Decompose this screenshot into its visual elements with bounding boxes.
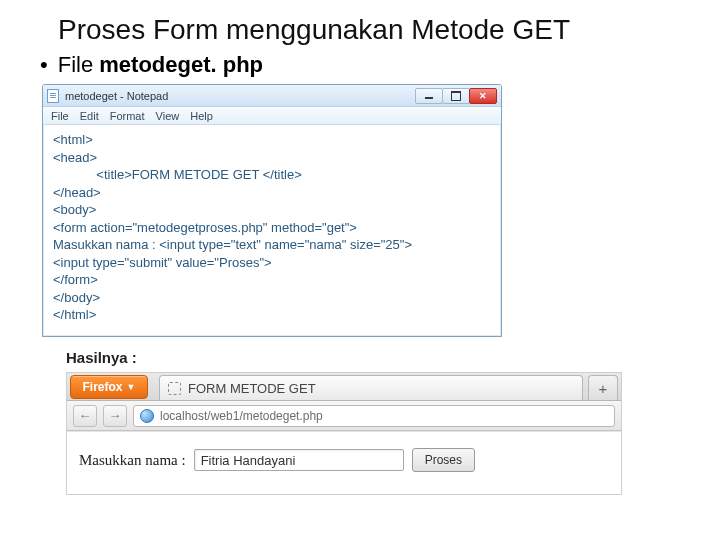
notepad-title: metodeget - Notepad	[65, 90, 416, 102]
maximize-button[interactable]	[442, 88, 470, 104]
nama-input[interactable]	[194, 449, 404, 471]
page-content: Masukkan nama : Proses	[67, 431, 621, 494]
chevron-down-icon: ▼	[127, 382, 136, 392]
firefox-tabstrip: Firefox ▼ FORM METODE GET +	[67, 373, 621, 401]
menu-format[interactable]: Format	[110, 110, 145, 122]
minimize-button[interactable]	[415, 88, 443, 104]
bullet-text: File metodeget. php	[58, 52, 263, 78]
tab-favicon	[168, 382, 181, 395]
address-bar[interactable]: localhost/web1/metodeget.php	[133, 405, 615, 427]
firefox-window: Firefox ▼ FORM METODE GET + ← → localhos…	[66, 372, 622, 495]
menu-edit[interactable]: Edit	[80, 110, 99, 122]
firefox-toolbar: ← → localhost/web1/metodeget.php	[67, 401, 621, 431]
tab-title: FORM METODE GET	[188, 381, 316, 396]
bullet-marker: •	[40, 54, 48, 76]
globe-icon	[140, 409, 154, 423]
bullet-item: • File metodeget. php	[40, 52, 698, 78]
notepad-menubar: File Edit Format View Help	[43, 107, 501, 125]
close-button[interactable]	[469, 88, 497, 104]
result-label: Hasilnya :	[66, 349, 698, 366]
firefox-menu-button[interactable]: Firefox ▼	[70, 375, 148, 399]
new-tab-button[interactable]: +	[588, 375, 618, 400]
firefox-button-label: Firefox	[83, 380, 123, 394]
nav-back-button[interactable]: ←	[73, 405, 97, 427]
bullet-prefix: File	[58, 52, 100, 77]
nav-forward-button[interactable]: →	[103, 405, 127, 427]
address-text: localhost/web1/metodeget.php	[160, 409, 323, 423]
browser-tab[interactable]: FORM METODE GET	[159, 375, 583, 400]
menu-file[interactable]: File	[51, 110, 69, 122]
bullet-filename: metodeget. php	[99, 52, 263, 77]
notepad-window: metodeget - Notepad File Edit Format Vie…	[42, 84, 502, 337]
window-buttons	[416, 88, 497, 104]
form-label: Masukkan nama :	[79, 452, 186, 469]
menu-view[interactable]: View	[156, 110, 180, 122]
menu-help[interactable]: Help	[190, 110, 213, 122]
notepad-body[interactable]: <html> <head> <title>FORM METODE GET </t…	[43, 125, 501, 336]
notepad-icon	[47, 89, 59, 103]
slide-title: Proses Form menggunakan Metode GET	[58, 14, 698, 46]
notepad-titlebar: metodeget - Notepad	[43, 85, 501, 107]
proses-button[interactable]: Proses	[412, 448, 475, 472]
